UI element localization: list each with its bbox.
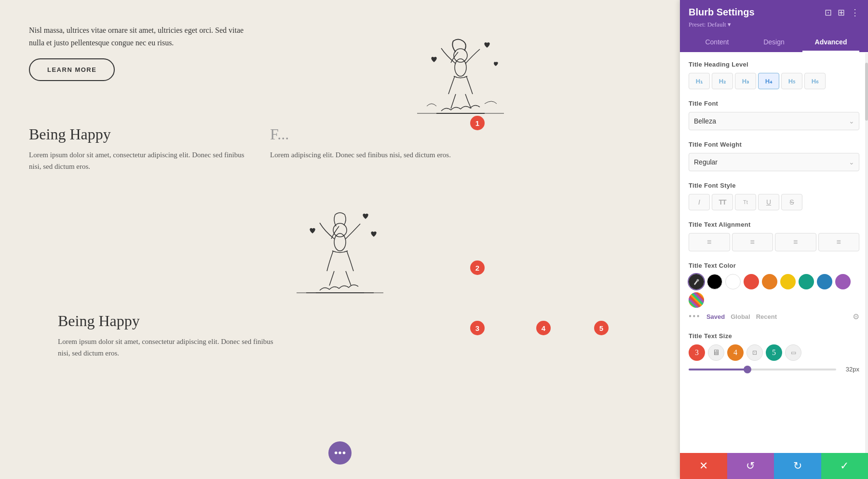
color-tab-recent[interactable]: Recent (756, 313, 777, 320)
svg-point-6 (334, 233, 346, 251)
section1-body-right: Lorem adipiscing elit. Donec sed finibus… (270, 149, 487, 161)
redo-icon: ↻ (793, 460, 802, 472)
panel-icon-more[interactable]: ⋮ (851, 7, 859, 18)
heading-h3[interactable]: H₃ (735, 73, 756, 89)
align-justify[interactable]: ≡ (818, 233, 860, 251)
color-purple[interactable] (835, 274, 851, 289)
device-tablet-icon[interactable]: ⊡ (746, 344, 763, 361)
svg-point-1 (455, 59, 466, 76)
settings-panel: Blurb Settings ⊡ ⊞ ⋮ Preset: Default ▾ C… (680, 0, 868, 479)
main-content-area: Nisl massa, ultrices vitae ornare sit am… (0, 0, 680, 479)
title-font-weight-select[interactable]: Regular Bold Light (689, 153, 859, 171)
heading-levels-group: H₁ H₂ H₃ H₄ H₅ H₆ (689, 73, 859, 89)
color-teal[interactable] (799, 274, 814, 289)
style-uppercase[interactable]: Tt (735, 194, 756, 210)
color-black[interactable] (707, 274, 722, 289)
color-blue[interactable] (817, 274, 832, 289)
heading-h2[interactable]: H₂ (712, 73, 733, 89)
svg-point-9 (697, 279, 699, 282)
style-italic[interactable]: I (689, 194, 710, 210)
device-selector-row: 3 🖥 4 ⊡ 5 ▭ (689, 344, 859, 361)
annotation-1: 1 (470, 116, 485, 130)
font-weight-label: Title Font Weight (689, 141, 859, 148)
fab-dots-icon: ••• (334, 447, 346, 460)
color-more-dots[interactable]: ••• (689, 312, 701, 322)
color-orange[interactable] (762, 274, 777, 289)
device-mobile-badge[interactable]: 5 (766, 344, 782, 361)
align-center[interactable]: ≡ (732, 233, 773, 251)
size-value-display: 32px (842, 366, 859, 373)
color-gradient[interactable] (689, 292, 704, 308)
learn-more-button[interactable]: LEARN MORE (29, 58, 115, 81)
style-underline[interactable]: U (758, 194, 779, 210)
section-title-font: Title Font Belleza Open Sans Lato Roboto… (689, 100, 859, 130)
tab-advanced[interactable]: Advanced (802, 33, 859, 52)
section-font-weight: Title Font Weight Regular Bold Light ⌄ (689, 141, 859, 171)
text-alignment-label: Title Text Alignment (689, 221, 859, 228)
title-font-weight-wrapper: Regular Bold Light ⌄ (689, 153, 859, 171)
title-font-label: Title Font (689, 100, 859, 107)
alignment-buttons-group: ≡ ≡ ≡ ≡ (689, 233, 859, 251)
heading-h4[interactable]: H₄ (758, 73, 779, 89)
color-settings-icon[interactable]: ⚙ (853, 312, 859, 321)
annotation-5: 5 (594, 321, 609, 335)
fab-button[interactable]: ••• (328, 441, 352, 465)
title-font-select[interactable]: Belleza Open Sans Lato Roboto (689, 112, 859, 130)
color-swatches-row (689, 274, 859, 308)
color-picker-swatch[interactable] (689, 274, 704, 289)
title-font-select-wrapper: Belleza Open Sans Lato Roboto ⌄ (689, 112, 859, 130)
section-font-style: Title Font Style I TT Tt U S (689, 182, 859, 210)
panel-body: Title Heading Level H₁ H₂ H₃ H₄ H₅ H₆ Ti… (680, 52, 868, 453)
heading-h1[interactable]: H₁ (689, 73, 710, 89)
section1-body: Lorem ipsum dolor sit amet, consectetur … (29, 149, 246, 172)
tablet-number: 4 (733, 348, 737, 357)
cancel-icon: ✕ (699, 460, 708, 472)
save-icon: ✓ (840, 460, 849, 472)
panel-icon-target[interactable]: ⊡ (825, 7, 832, 18)
align-right[interactable]: ≡ (775, 233, 816, 251)
panel-footer: ✕ ↺ ↻ ✓ (680, 453, 868, 479)
footer-undo-button[interactable]: ↺ (727, 453, 774, 479)
size-slider-row: 32px (689, 366, 859, 373)
panel-preset[interactable]: Preset: Default ▾ (689, 21, 859, 28)
font-style-buttons: I TT Tt U S (689, 194, 859, 210)
heading-level-label: Title Heading Level (689, 61, 859, 68)
panel-tabs: Content Design Advanced (689, 33, 859, 52)
section1-title-right: F... (270, 125, 492, 143)
annotation-3: 3 (470, 321, 485, 335)
size-slider[interactable] (689, 369, 836, 370)
footer-cancel-button[interactable]: ✕ (680, 453, 727, 479)
color-tab-saved[interactable]: Saved (706, 313, 725, 320)
desktop-number: 3 (695, 348, 699, 357)
panel-header-icons: ⊡ ⊞ ⋮ (825, 7, 859, 18)
color-tab-global[interactable]: Global (731, 313, 750, 320)
color-white[interactable] (725, 274, 741, 289)
annotation-4: 4 (536, 321, 551, 335)
device-desktop-badge[interactable]: 3 (689, 344, 705, 361)
illustration-jumping-girl-top (388, 24, 533, 121)
style-strikethrough[interactable]: S (781, 194, 802, 210)
align-left[interactable]: ≡ (689, 233, 730, 251)
scroll-thumb[interactable] (865, 63, 868, 121)
section-heading-level: Title Heading Level H₁ H₂ H₃ H₄ H₅ H₆ (689, 61, 859, 89)
footer-redo-button[interactable]: ↻ (774, 453, 821, 479)
tab-design[interactable]: Design (746, 33, 802, 52)
style-bold[interactable]: TT (712, 194, 733, 210)
panel-icon-grid[interactable]: ⊞ (838, 7, 845, 18)
tab-content[interactable]: Content (689, 33, 746, 52)
intro-text: Nisl massa, ultrices vitae ornare sit am… (29, 24, 251, 49)
heading-h5[interactable]: H₅ (781, 73, 802, 89)
annotation-2: 2 (470, 260, 485, 275)
footer-save-button[interactable]: ✓ (821, 453, 868, 479)
section1-title: Being Happy (29, 125, 251, 143)
section2-body: Lorem ipsum dolor sit amet, consectetur … (58, 336, 275, 359)
color-yellow[interactable] (780, 274, 796, 289)
section-text-color: Title Text Color (689, 262, 859, 322)
heading-h6[interactable]: H₆ (804, 73, 826, 89)
section-text-size: Title Text Size 3 🖥 4 ⊡ 5 ▭ 32px (689, 332, 859, 373)
scroll-track (865, 53, 868, 453)
device-tablet-badge[interactable]: 4 (727, 344, 744, 361)
device-mobile-icon[interactable]: ▭ (785, 344, 801, 361)
device-desktop-icon[interactable]: 🖥 (708, 344, 724, 361)
color-red[interactable] (744, 274, 759, 289)
